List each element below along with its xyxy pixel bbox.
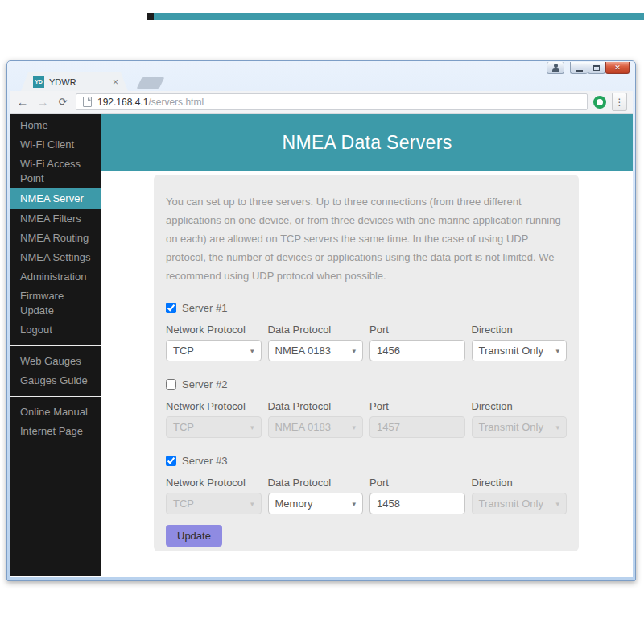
browser-tab[interactable]: YD YDWR ×	[21, 72, 128, 91]
chevron-down-icon: ▾	[352, 423, 356, 431]
window-content: ← → ⟳ 192.168.4.1/servers.html ⋮ Home Wi…	[10, 91, 633, 577]
server-3-network-protocol-select[interactable]: TCP ▾	[166, 493, 262, 514]
sidebar-item-web-gauges[interactable]: Web Gauges	[10, 352, 101, 371]
port-label: Port	[369, 324, 465, 336]
person-icon-body	[552, 68, 559, 72]
background-window-strip-cap	[147, 13, 154, 20]
url-host: 192.168.4.1	[97, 97, 148, 108]
network-protocol-label: Network Protocol	[166, 324, 262, 336]
sidebar-divider	[10, 345, 101, 346]
network-protocol-label: Network Protocol	[166, 400, 262, 412]
tab-close-icon[interactable]: ×	[113, 77, 118, 87]
server-1-direction-select[interactable]: Transmit Only ▾	[472, 340, 568, 361]
chevron-down-icon: ▾	[555, 423, 559, 431]
sidebar-item-wifi-access-point[interactable]: Wi-Fi Access Point	[10, 155, 101, 188]
chevron-down-icon: ▾	[555, 500, 559, 508]
server-2-checkbox[interactable]	[166, 379, 176, 390]
page-title: NMEA Data Servers	[283, 132, 452, 154]
intro-text: You can set up to three servers. Up to t…	[166, 192, 567, 285]
server-2-data-protocol-select[interactable]: NMEA 0183 ▾	[268, 416, 364, 438]
chevron-down-icon: ▾	[250, 500, 254, 508]
forward-icon: →	[35, 96, 50, 108]
reload-icon[interactable]: ⟳	[56, 97, 70, 107]
port-label: Port	[369, 477, 465, 489]
server-3-section: Server #3 Network Protocol Data Protocol…	[166, 455, 567, 514]
minimize-button[interactable]	[570, 62, 588, 74]
sidebar-item-wifi-client[interactable]: Wi-Fi Client	[10, 135, 101, 155]
page-icon[interactable]	[83, 97, 92, 107]
server-1-label: Server #1	[182, 302, 227, 314]
server-1-port-input[interactable]	[369, 340, 465, 361]
select-value: NMEA 0183	[275, 421, 331, 433]
direction-label: Direction	[472, 324, 568, 336]
sidebar-item-nmea-filters[interactable]: NMEA Filters	[10, 209, 101, 229]
window-controls: ✕	[547, 62, 630, 74]
server-2-network-protocol-select[interactable]: TCP ▾	[166, 416, 262, 438]
chevron-down-icon: ▾	[250, 347, 254, 355]
browser-toolbar: ← → ⟳ 192.168.4.1/servers.html ⋮	[10, 91, 633, 114]
data-protocol-label: Data Protocol	[268, 477, 364, 489]
sidebar-item-administration[interactable]: Administration	[10, 267, 101, 287]
sidebar-item-nmea-routing[interactable]: NMEA Routing	[10, 229, 101, 248]
sidebar-item-online-manual[interactable]: Online Manual	[10, 402, 101, 422]
new-tab-button[interactable]	[137, 77, 165, 89]
tab-title: YDWR	[49, 77, 113, 87]
page-header: NMEA Data Servers	[101, 114, 633, 171]
sidebar-item-internet-page[interactable]: Internet Page	[10, 422, 101, 441]
data-protocol-label: Data Protocol	[268, 400, 364, 412]
screenshot-canvas: ✕ YD YDWR × ← → ⟳ 192.168.4.1/servers.ht…	[0, 0, 644, 644]
server-3-port-input[interactable]	[369, 493, 465, 514]
minimize-icon	[576, 70, 583, 72]
main-content: NMEA Data Servers You can set up to thre…	[101, 114, 633, 576]
sidebar-item-logout[interactable]: Logout	[10, 320, 101, 340]
server-3-label: Server #3	[182, 455, 227, 467]
server-1-section: Server #1 Network Protocol Data Protocol…	[166, 302, 567, 361]
browser-menu-button[interactable]: ⋮	[612, 93, 627, 111]
tab-strip: YD YDWR ×	[7, 71, 635, 91]
select-value: Transmit Only	[479, 345, 543, 357]
maximize-icon	[593, 65, 600, 71]
browser-window: ✕ YD YDWR × ← → ⟳ 192.168.4.1/servers.ht…	[6, 60, 636, 581]
chevron-down-icon: ▾	[352, 500, 356, 508]
maximize-button[interactable]	[588, 62, 605, 74]
direction-label: Direction	[472, 477, 568, 489]
port-label: Port	[369, 400, 465, 412]
server-3-data-protocol-select[interactable]: Memory ▾	[268, 493, 364, 514]
sidebar-item-nmea-server[interactable]: NMEA Server	[10, 188, 101, 209]
select-value: TCP	[173, 421, 194, 433]
data-protocol-label: Data Protocol	[268, 324, 364, 336]
background-window-strip	[154, 13, 644, 20]
direction-label: Direction	[472, 400, 568, 412]
server-2-port-input[interactable]	[369, 416, 465, 438]
servers-card: You can set up to three servers. Up to t…	[154, 175, 579, 551]
select-value: TCP	[173, 497, 194, 510]
sidebar-item-nmea-settings[interactable]: NMEA Settings	[10, 248, 101, 267]
chevron-down-icon: ▾	[352, 347, 356, 355]
select-value: Transmit Only	[479, 497, 543, 510]
profile-button[interactable]	[547, 62, 564, 74]
server-2-direction-select[interactable]: Transmit Only ▾	[472, 416, 568, 438]
close-icon: ✕	[614, 64, 621, 72]
ydwr-favicon-icon: YD	[33, 76, 44, 88]
back-icon[interactable]: ←	[15, 96, 30, 108]
sidebar-item-home[interactable]: Home	[10, 116, 101, 135]
page-viewport: Home Wi-Fi Client Wi-Fi Access Point NME…	[10, 114, 633, 576]
grammarly-extension-icon[interactable]	[593, 96, 606, 109]
server-1-network-protocol-select[interactable]: TCP ▾	[166, 340, 262, 361]
select-value: Memory	[275, 497, 313, 510]
network-protocol-label: Network Protocol	[166, 477, 262, 489]
server-3-checkbox[interactable]	[166, 456, 176, 466]
url-path: /servers.html	[148, 97, 204, 108]
sidebar-item-firmware-update[interactable]: Firmware Update	[10, 287, 101, 320]
server-1-checkbox[interactable]	[166, 303, 176, 313]
sidebar-item-gauges-guide[interactable]: Gauges Guide	[10, 371, 101, 390]
address-bar[interactable]: 192.168.4.1/servers.html	[76, 93, 588, 110]
url-text[interactable]: 192.168.4.1/servers.html	[97, 97, 204, 108]
chevron-down-icon: ▾	[250, 423, 254, 431]
person-icon	[554, 64, 558, 68]
server-3-direction-select[interactable]: Transmit Only ▾	[472, 493, 568, 514]
close-button[interactable]: ✕	[605, 62, 630, 74]
server-1-data-protocol-select[interactable]: NMEA 0183 ▾	[268, 340, 364, 361]
window-titlebar: ✕	[7, 61, 635, 71]
update-button[interactable]: Update	[166, 525, 222, 547]
